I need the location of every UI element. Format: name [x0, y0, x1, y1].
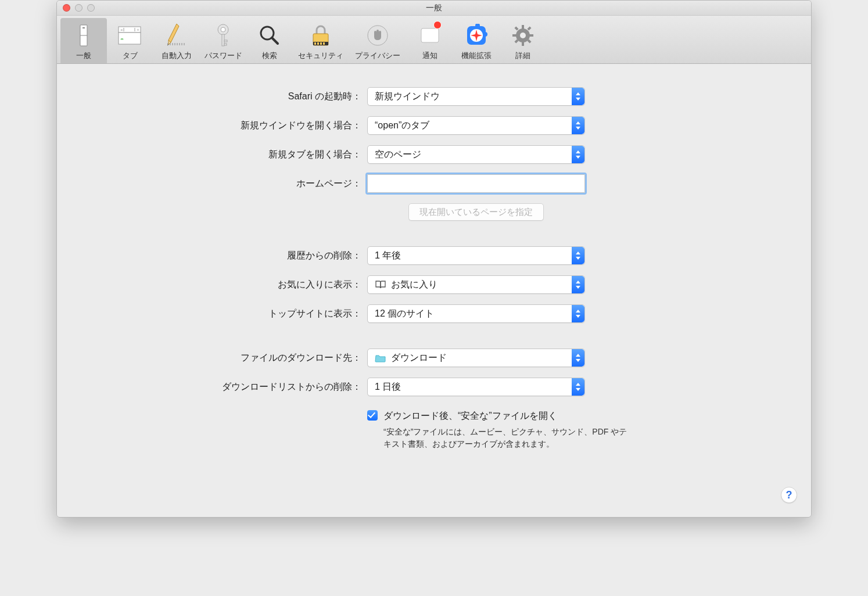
tabs-icon: × + — [107, 21, 153, 49]
new-tab-popup[interactable]: 空のページ — [367, 145, 585, 164]
tab-search[interactable]: 検索 — [246, 18, 293, 63]
open-safe-help: “安全な”ファイルには、ムービー、ピクチャ、サウンド、PDF やテキスト書類、お… — [383, 426, 633, 450]
tab-extensions[interactable]: 機能拡張 — [453, 18, 500, 63]
titlebar: 一般 — [57, 1, 811, 16]
tab-tabs[interactable]: × + タブ — [107, 18, 153, 63]
chevron-updown-icon — [572, 378, 584, 396]
svg-rect-15 — [222, 34, 224, 46]
download-remove-popup[interactable]: 1 日後 — [367, 378, 585, 396]
svg-rect-36 — [512, 34, 517, 37]
svg-rect-8 — [119, 33, 141, 44]
tab-passwords[interactable]: パスワード — [200, 18, 246, 63]
help-button[interactable]: ? — [781, 487, 797, 503]
chevron-updown-icon — [572, 117, 584, 134]
new-window-popup[interactable]: “open”のタブ — [367, 116, 585, 135]
download-remove-label: ダウンロードリストからの削除： — [175, 381, 367, 393]
open-safe-checkbox[interactable] — [367, 410, 378, 421]
traffic-lights — [63, 4, 95, 12]
svg-rect-12 — [167, 44, 185, 45]
svg-rect-24 — [320, 42, 322, 45]
chevron-updown-icon — [572, 88, 584, 105]
svg-rect-23 — [317, 42, 319, 45]
download-dest-popup[interactable]: ダウンロード — [367, 349, 585, 367]
history-remove-label: 履歴からの削除： — [175, 250, 367, 262]
tab-notifications[interactable]: 通知 — [407, 18, 453, 63]
preferences-window: 一般 一般 × + — [56, 0, 812, 518]
minimize-window-button[interactable] — [75, 4, 83, 12]
homepage-input[interactable] — [367, 174, 585, 193]
new-window-label: 新規ウインドウを開く場合： — [175, 120, 367, 132]
hand-icon — [349, 21, 407, 49]
notification-icon — [407, 21, 453, 49]
svg-rect-25 — [323, 42, 325, 45]
search-icon — [246, 21, 293, 49]
on-launch-popup[interactable]: 新規ウインドウ — [367, 87, 585, 106]
svg-rect-27 — [421, 28, 439, 42]
chevron-updown-icon — [572, 349, 584, 367]
pencil-icon — [153, 21, 200, 49]
favorites-show-label: お気に入りに表示： — [175, 279, 367, 291]
tab-autofill[interactable]: 自動入力 — [153, 18, 200, 63]
window-title: 一般 — [426, 3, 442, 13]
general-pane: Safari の起動時： 新規ウインドウ 新規ウインドウを開く場合： “open… — [57, 64, 811, 517]
on-launch-label: Safari の起動時： — [175, 91, 367, 103]
maximize-window-button[interactable] — [87, 4, 95, 12]
lock-icon — [293, 21, 349, 49]
folder-icon — [375, 353, 386, 362]
svg-rect-16 — [224, 40, 227, 42]
book-open-icon — [375, 280, 386, 289]
chevron-updown-icon — [572, 247, 584, 264]
svg-rect-38 — [514, 26, 518, 30]
tab-security[interactable]: セキュリティ — [293, 18, 349, 63]
svg-marker-9 — [168, 24, 179, 42]
tab-privacy[interactable]: プライバシー — [349, 18, 407, 63]
svg-rect-17 — [224, 44, 227, 45]
svg-rect-35 — [522, 41, 524, 46]
chevron-updown-icon — [572, 146, 584, 163]
svg-rect-34 — [522, 25, 524, 30]
svg-text:×: × — [120, 27, 123, 33]
topsites-show-label: トップサイトに表示： — [175, 308, 367, 320]
close-window-button[interactable] — [63, 4, 70, 12]
homepage-label: ホームページ： — [175, 178, 367, 190]
notification-badge-icon — [433, 21, 442, 29]
svg-point-42 — [520, 33, 526, 38]
gear-icon — [500, 21, 546, 49]
set-homepage-button[interactable]: 現在開いているページを指定 — [408, 203, 544, 221]
extensions-icon — [453, 21, 500, 49]
svg-line-19 — [272, 38, 278, 44]
svg-point-14 — [221, 27, 225, 32]
svg-rect-40 — [527, 26, 531, 30]
general-icon — [60, 21, 107, 49]
svg-point-31 — [483, 32, 487, 37]
tab-advanced[interactable]: 詳細 — [500, 18, 546, 63]
download-dest-label: ファイルのダウンロード先： — [175, 352, 367, 364]
open-safe-label: ダウンロード後、“安全な”ファイルを開く — [383, 410, 557, 422]
svg-rect-2 — [83, 27, 85, 28]
svg-rect-37 — [529, 34, 533, 37]
topsites-show-popup[interactable]: 12 個のサイト — [367, 304, 585, 323]
chevron-updown-icon — [572, 305, 584, 322]
new-tab-label: 新規タブを開く場合： — [175, 149, 367, 161]
favorites-show-popup[interactable]: お気に入り — [367, 275, 585, 294]
chevron-updown-icon — [572, 276, 584, 293]
tab-general[interactable]: 一般 — [60, 18, 107, 63]
preferences-toolbar: 一般 × + タブ — [57, 16, 811, 64]
key-icon — [200, 21, 246, 49]
svg-text:+: + — [137, 27, 139, 33]
history-remove-popup[interactable]: 1 年後 — [367, 246, 585, 265]
svg-rect-22 — [314, 42, 316, 45]
